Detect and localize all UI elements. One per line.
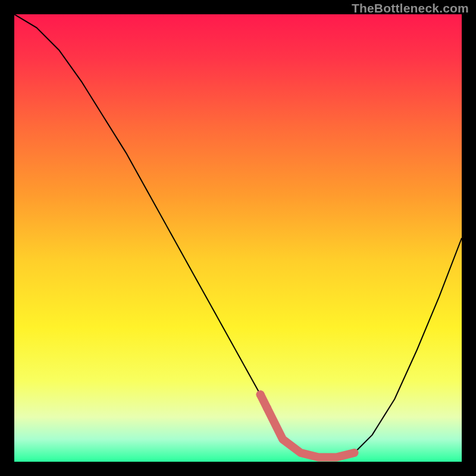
accent-dot [263, 404, 271, 412]
flat-bottom-accent [261, 394, 355, 457]
bottleneck-curve [14, 14, 462, 458]
plot-area [14, 14, 462, 462]
accent-dot [256, 390, 265, 399]
chart-frame: TheBottleneck.com [0, 0, 476, 476]
watermark-text: TheBottleneck.com [352, 1, 469, 15]
curve-layer [14, 14, 462, 462]
